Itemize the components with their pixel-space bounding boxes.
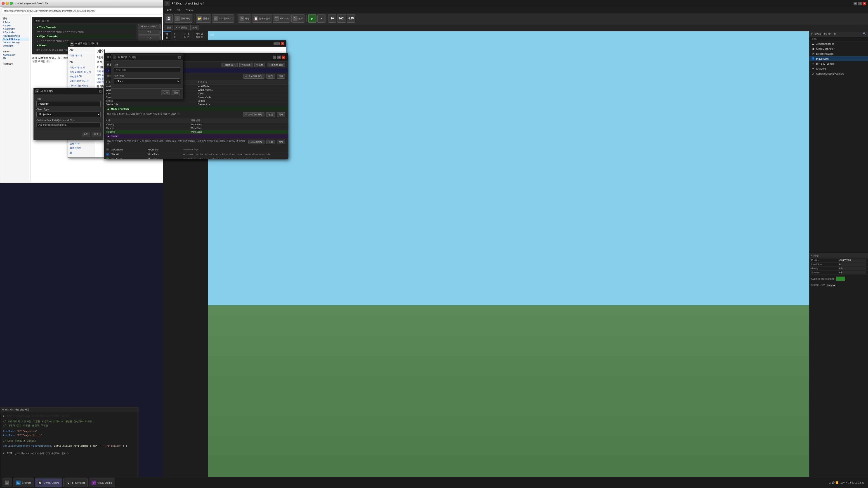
nav-a-character[interactable]: A Character [2,27,29,31]
browser-address-bar[interactable]: http://api.unrealengine.com/KOR/Programm… [2,7,163,14]
outliner-item-static-mesh[interactable]: ▣ StaticMeshActor [809,46,868,51]
cd-max-btn[interactable]: □ [277,56,281,59]
toolbar-settings-btn[interactable]: ⚙ 세팅 [238,14,251,23]
ntc-cancel-btn[interactable]: 취소 [172,90,180,95]
cd-tc-delete-btn[interactable]: 삭제 [277,112,285,117]
max-btn[interactable] [10,2,13,5]
cd-new-preset-btn[interactable]: 새 프로파일 [248,140,265,144]
taskbar-vs-btn[interactable]: V Visual Studio [89,479,115,487]
outliner-search-input[interactable] [809,37,868,41]
toolbar-build-btn[interactable]: 🔨 빌드 [291,14,305,23]
nav-a-pawn[interactable]: A Pawn [2,24,29,27]
ue-maximize-btn[interactable]: □ [858,2,862,5]
cd-export-all-btn[interactable]: 디폴트로 설정 [267,63,285,67]
menu-file[interactable]: 파일 [164,7,174,13]
bp-nav-lod[interactable]: 게임플 LOD [68,74,95,79]
bp-nav-individual[interactable]: 인별 시작 [68,141,95,146]
toolbar-source-control-btn[interactable]: ⑂ 현재 저장 [174,14,192,23]
menu-edit[interactable]: 편집 [174,7,184,13]
nav-a-actor[interactable]: A Actor [2,21,29,24]
cd-oc-delete-btn[interactable]: 삭제 [277,74,285,78]
bp-max-btn[interactable]: □ [277,42,280,45]
bp-nav-tools[interactable]: 툴 [68,151,95,155]
color-swatch[interactable] [836,276,845,281]
cd-preset-header[interactable]: ▲ Preset [104,134,288,138]
outliner-item-player-start[interactable]: 👤 PlayerStart [809,56,868,61]
nav-general-settings[interactable]: General Settings [2,41,29,44]
outliner-item-fog[interactable]: ☁ AtmosphericFog [809,41,868,46]
delete-btn-embedded[interactable]: 삭제 [138,35,161,40]
taskbar-fps-btn[interactable]: U FPSProject [63,479,88,487]
preset-row-blockall[interactable]: B BlockAll WorldStatic WorldStatic objec… [104,152,288,157]
cd-tc-row-cam[interactable]: Camera WorldStatic [104,127,288,130]
cd-tc-edit-btn[interactable]: 편집 [266,112,275,117]
toolbar-num-3-btn[interactable]: 0.25 [347,14,355,23]
toolbar-blueprint-btn[interactable]: 📋 블루프린트 [252,14,272,23]
close-btn[interactable] [2,2,5,5]
detail-value-shadow[interactable]: 0.8 [838,271,866,274]
ntc-name-input[interactable] [114,67,180,72]
taskbar-start-btn[interactable]: ⊞ [2,479,12,487]
min-btn[interactable] [6,2,9,5]
bp-min-btn[interactable]: ─ [274,42,277,45]
toolbar-play-btn[interactable]: ▶ [308,14,316,23]
toolbar2-show-btn[interactable]: 표시 [190,25,199,30]
np-close-btn[interactable]: ✕ [99,90,101,93]
cd-preset-delete-btn[interactable]: 삭제 [277,140,285,144]
preset-row-overlapall[interactable]: O OverlapAll WorldStatic WorldStatic obj… [104,157,288,159]
taskbar-browser-btn[interactable]: IE Browser [13,479,34,487]
nav-appearance[interactable]: Appearance [2,53,29,57]
nav-default-settings[interactable]: Default Settings [2,37,29,41]
bp-nav-nav-system[interactable]: 내비게이션 인서트 [68,79,95,84]
cd-tc-row-proj[interactable]: Projectile WorldStatic [104,130,288,134]
cd-trace-channels-header[interactable]: ▲ Trace Channels [104,106,288,111]
bp-nav-basic[interactable]: 기반이 될 코어 [68,65,95,70]
preset-row-nocollision[interactable]: N NoCollision NoCollision No collision o… [104,147,288,152]
detail-value-position[interactable]: -1048575.0 [838,259,866,262]
bp-nav-blueprint2[interactable]: 블루프린트 [68,146,95,151]
new-trace-channel-btn-embedded[interactable]: 새 트레이스 채널... [138,24,161,29]
np-objecttype-select[interactable]: Projectile ▾ [36,111,101,117]
outliner-item-light[interactable]: ☀ DirectionalLight [809,51,868,56]
bp-nav-nav-system2[interactable]: 내비게이션 시스템 [68,84,95,88]
toolbar-save-btn[interactable]: 💾 [164,14,173,23]
ue-minimize-btn[interactable]: ─ [854,2,857,5]
outliner-item-reflection[interactable]: ◎ SphereReflectionCapture [809,71,868,76]
cd-oc-row-vehicle[interactable]: Vehicle Vehicle [104,99,288,103]
ntc-ok-btn[interactable]: 수락 [161,90,170,95]
toolbar-cinematics-btn[interactable]: 🎬 시나리오 [273,14,290,23]
bp-nav-gameplay[interactable]: 게임플레이어 다운거 [68,70,95,74]
ntc-default-select[interactable]: Block Overlap Ignore [114,78,180,84]
nav-a-controller[interactable]: A Controller [2,31,29,34]
taskbar-ue-btn[interactable]: U Unreal Engine [35,479,62,487]
toolbar-num-1-btn[interactable]: 10 [328,14,336,23]
bp-nav-preset[interactable]: 에셋 메뉴더 [68,53,95,58]
toolbar-play-mode-btn[interactable]: ▾ [317,14,326,23]
cd-close-btn[interactable]: ✕ [282,56,285,59]
toolbar2-perspective-btn[interactable]: 원근 [164,25,173,30]
toolbar-num-2-btn[interactable]: 100° [337,14,346,23]
cd-default-settings-btn[interactable]: 디폴트 설정 [221,63,238,67]
cd-import-btn[interactable]: 임포트 [254,63,265,67]
outliner-item-sky-sphere[interactable]: ○ BP_Sky_Sphere [809,61,868,66]
cd-tc-row-vis[interactable]: Visibility WorldStatic [104,123,288,127]
toolbar2-lighting-btn[interactable]: 라이팅포함 [174,25,189,30]
bp-close-btn[interactable]: ✕ [281,42,284,45]
ntc-close-btn[interactable]: ✕ [178,56,181,59]
np-ok-btn[interactable]: 승인 [82,132,90,136]
ue-viewport[interactable]: 원근 [208,31,809,488]
cd-preset-edit-btn[interactable]: 편집 [266,140,275,144]
edit-btn-embedded[interactable]: 편집 [138,30,161,35]
cd-oc-edit-btn[interactable]: 편집 [266,74,275,78]
nav-navigation-mesh[interactable]: Navigation Mesh [2,34,29,37]
menu-help[interactable]: 도움말 [184,7,195,13]
cd-export-btn[interactable]: 익스포트 [239,63,252,67]
toolbar-content-btn[interactable]: 📁 콘텐츠 [196,14,211,23]
lod-select[interactable]: None [826,284,836,287]
np-cancel-btn[interactable]: 취소 [92,132,101,136]
detail-value-gravity[interactable]: 0.0 [838,267,866,270]
cd-oc-row-dest[interactable]: Destructible Destructible [104,103,288,106]
outliner-item-sky-light[interactable]: ✦ SkyLight [809,66,868,71]
toolbar-marketplace-btn[interactable]: 🛒 마켓플레이스 [212,14,234,23]
detail-value-levelsize[interactable]: 0 [838,263,866,266]
